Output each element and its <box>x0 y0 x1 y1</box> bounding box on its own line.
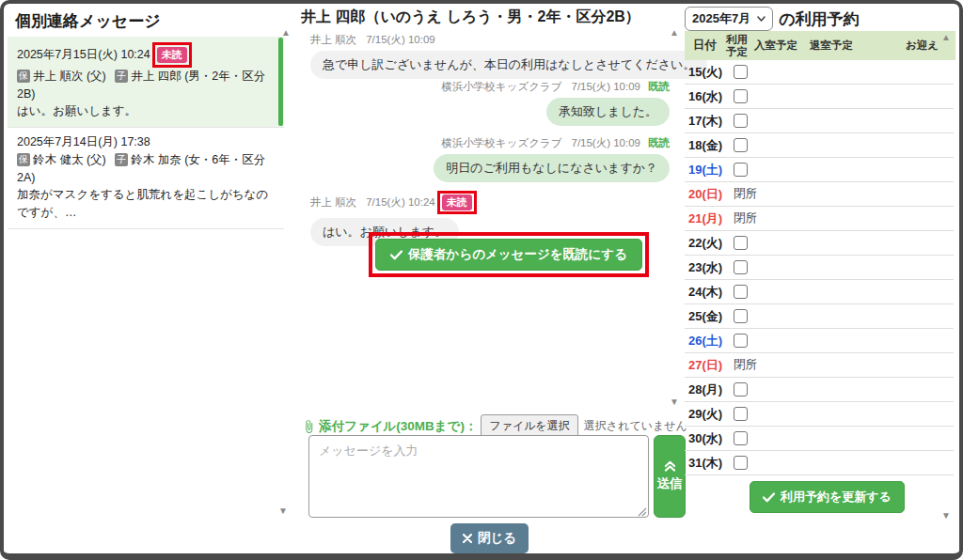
date-label: 17(木) <box>688 113 732 130</box>
usage-checkbox[interactable] <box>734 285 748 299</box>
usage-checkbox[interactable] <box>734 309 748 323</box>
usage-checkbox[interactable] <box>734 260 748 274</box>
date-label: 26(土) <box>688 333 732 350</box>
date-label: 31(木) <box>688 455 732 472</box>
date-label: 24(木) <box>688 284 732 301</box>
column-usage: 利用予定 <box>724 34 750 57</box>
close-button[interactable]: 閉じる <box>450 523 529 553</box>
message-list-title: 個別連絡メッセージ <box>8 6 284 37</box>
reservation-header: 2025年7月 の利用予約 <box>685 7 860 31</box>
update-reservation-button[interactable]: 利用予約を更新する <box>750 481 905 513</box>
scroll-down-icon[interactable]: ▼ <box>278 506 288 516</box>
usage-checkbox[interactable] <box>734 382 748 397</box>
scroll-up-icon[interactable]: ▲ <box>941 33 951 42</box>
close-icon <box>463 534 472 543</box>
chat-message: 井上 順次7/15(火) 10:09 急で申し訳ございませんが、本日の利用はなし… <box>310 33 707 79</box>
table-row: 20(日)閉所 <box>685 182 954 207</box>
usage-checkbox[interactable] <box>734 163 748 177</box>
closed-label: 閉所 <box>734 210 757 226</box>
chat-message: 横浜小学校キッズクラブ7/15(火) 10:09既読 明日のご利用もなしになさい… <box>434 136 670 182</box>
sender-name: 横浜小学校キッズクラブ <box>441 137 561 148</box>
scroll-down-icon[interactable]: ▼ <box>941 511 951 521</box>
scroll-down-icon[interactable]: ▼ <box>670 397 679 407</box>
date-label: 21(月) <box>688 210 732 227</box>
date-label: 29(火) <box>688 406 732 423</box>
table-row: 21(月)閉所 <box>685 207 954 231</box>
sender-name: 井上 順次 <box>310 34 356 45</box>
message-dialog: 個別連絡メッセージ 2025年7月15日(火) 10:24未読 保井上 順次 (… <box>0 0 963 560</box>
usage-checkbox[interactable] <box>734 456 748 470</box>
message-bubble: 承知致しました。 <box>546 98 670 126</box>
usage-checkbox[interactable] <box>734 138 748 152</box>
close-label: 閉じる <box>478 530 516 547</box>
message-input[interactable] <box>308 435 649 518</box>
scroll-up-icon[interactable]: ▲ <box>281 28 291 38</box>
closed-label: 閉所 <box>734 186 757 202</box>
date-label: 30(水) <box>688 430 732 447</box>
send-button[interactable]: 送信 <box>654 435 686 518</box>
message-meta: 横浜小学校キッズクラブ7/15(火) 10:09既読 <box>441 80 670 94</box>
table-row: 19(土) <box>685 158 954 182</box>
guardian-name: 鈴木 健太 (父) <box>33 153 106 166</box>
list-item[interactable]: 2025年7月14日(月) 17:38 保鈴木 健太 (父) 子鈴木 加奈 (女… <box>8 128 284 229</box>
column-date: 日付 <box>693 38 721 54</box>
message-preview: 加奈がマスクをすると肌荒れを起こしがちなのですが、… <box>17 186 273 222</box>
message-list-panel: 個別連絡メッセージ 2025年7月15日(火) 10:24未読 保井上 順次 (… <box>8 6 284 229</box>
date-label: 19(土) <box>688 162 732 179</box>
closed-label: 閉所 <box>734 357 757 373</box>
unread-badge: 未読 <box>157 47 187 63</box>
update-reservation-label: 利用予約を更新する <box>781 489 892 506</box>
guardian-name: 井上 順次 (父) <box>33 70 106 83</box>
table-header: 日付 利用予定 入室予定 退室予定 お迎え <box>685 31 955 60</box>
table-row: 18(金) <box>685 133 954 158</box>
list-item[interactable]: 2025年7月15日(火) 10:24未読 保井上 順次 (父) 子井上 四郎 … <box>8 37 284 128</box>
column-checkout: 退室予定 <box>810 39 853 53</box>
reservation-title: の利用予約 <box>779 8 859 30</box>
message-meta: 井上 順次7/15(火) 10:24未読 <box>310 191 477 214</box>
file-status-text: 選択されていません <box>584 418 687 434</box>
table-row: 30(水) <box>685 427 954 451</box>
child-badge: 子 <box>115 153 128 166</box>
check-icon <box>390 250 403 260</box>
date-label: 28(月) <box>688 381 732 398</box>
usage-checkbox[interactable] <box>734 431 748 445</box>
usage-checkbox[interactable] <box>734 236 748 250</box>
date-label: 25(金) <box>688 308 732 325</box>
guardian-badge: 保 <box>17 70 30 83</box>
mark-read-button[interactable]: 保護者からのメッセージを既読にする <box>375 239 642 271</box>
annotation-box: 保護者からのメッセージを既読にする <box>369 232 649 277</box>
date-label: 23(水) <box>688 259 732 276</box>
date-label: 16(水) <box>688 88 732 105</box>
message-bubble: 急で申し訳ございませんが、本日の利用はなしとさせてください。 <box>310 51 707 79</box>
table-row: 23(水) <box>685 256 954 280</box>
table-row: 17(木) <box>685 109 954 133</box>
usage-checkbox[interactable] <box>734 114 748 128</box>
usage-checkbox[interactable] <box>734 334 748 348</box>
attachment-label: 添付ファイル(30MBまで)： <box>319 418 477 435</box>
message-time: 7/15(火) 10:24 <box>366 196 435 208</box>
message-time: 7/15(火) 10:09 <box>571 81 640 92</box>
double-chevron-up-icon <box>664 460 676 472</box>
usage-checkbox[interactable] <box>734 407 748 421</box>
usage-checkbox[interactable] <box>734 89 748 103</box>
reservation-table: 15(火) 16(水) 17(木) 18(金) 19(土) 20(日)閉所 21… <box>685 60 954 475</box>
month-select[interactable]: 2025年7月 <box>685 7 773 31</box>
table-row: 16(水) <box>685 85 954 109</box>
check-icon <box>763 492 775 503</box>
message-time: 7/15(火) 10:09 <box>571 137 640 148</box>
message-meta: 井上 順次7/15(火) 10:09 <box>310 33 707 47</box>
item-datetime: 2025年7月14日(月) 17:38 <box>17 135 150 148</box>
sender-name: 横浜小学校キッズクラブ <box>441 81 561 92</box>
scrollbar-thumb[interactable] <box>278 38 283 126</box>
table-row: 24(木) <box>685 280 954 304</box>
item-datetime: 2025年7月15日(火) 10:24 <box>17 48 150 61</box>
date-label: 27(日) <box>688 357 732 374</box>
date-label: 18(金) <box>688 137 732 154</box>
date-label: 20(日) <box>688 186 732 203</box>
usage-checkbox[interactable] <box>734 65 748 79</box>
table-row: 22(火) <box>685 231 954 256</box>
send-label: 送信 <box>657 475 683 492</box>
column-checkin: 入室予定 <box>754 39 797 53</box>
table-row: 27(日)閉所 <box>685 353 954 378</box>
sender-name: 井上 順次 <box>310 196 356 208</box>
